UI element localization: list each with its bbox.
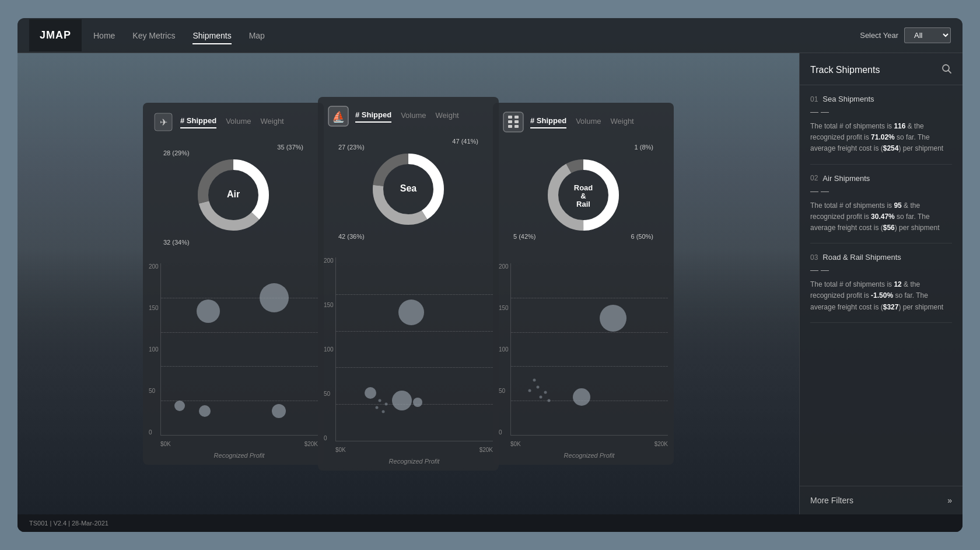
sea-y-0: 0 <box>324 435 334 441</box>
rail-ann-bl: 5 (42%) <box>513 233 536 240</box>
rail-icon-2: — <box>821 265 829 274</box>
rail-dot-2 <box>528 389 531 392</box>
rail-donut-area: 1 (8%) 5 (42%) 6 (50%) Road & Ra <box>493 138 674 255</box>
rail-x-20: $20K <box>654 441 668 447</box>
year-selector: Select Year All 2020 2019 2018 <box>860 27 951 43</box>
search-icon[interactable] <box>942 64 952 76</box>
air-y-50: 50 <box>149 388 159 394</box>
svg-text:Road: Road <box>574 183 593 192</box>
rail-tab-volume[interactable]: Volume <box>576 117 601 128</box>
air-ann-tr: 35 (37%) <box>277 144 303 151</box>
sea-ann-bl: 42 (36%) <box>338 233 365 240</box>
sidebar-item-rail: 03 Road & Rail Shipments — — The total #… <box>810 243 952 323</box>
sea-card-header: ⛵ # Shipped Volume Weight <box>318 97 499 132</box>
rail-x-title: Recognized Profit <box>564 452 615 459</box>
sea-card-tabs: # Shipped Volume Weight <box>355 110 459 123</box>
air-icon-2: — <box>821 186 829 196</box>
nav-item-map[interactable]: Map <box>249 29 265 43</box>
rail-tab-weight[interactable]: Weight <box>611 117 634 128</box>
air-item-num: 02 <box>810 174 818 182</box>
more-filters-label: More Filters <box>810 496 853 505</box>
air-tab-weight[interactable]: Weight <box>261 117 284 128</box>
rail-item-icons: — — <box>810 265 952 274</box>
rail-dot-5 <box>544 391 547 394</box>
rail-dot-4 <box>540 396 542 399</box>
sea-dot-2 <box>379 399 382 402</box>
rail-donut-svg: Road & Rail <box>542 154 624 236</box>
air-donut-area: 28 (29%) 35 (37%) 32 (34%) <box>143 138 324 255</box>
sea-y-100: 100 <box>324 346 334 353</box>
air-y-100: 100 <box>149 346 159 353</box>
air-tab-volume[interactable]: Volume <box>226 117 251 128</box>
sea-ann-tr: 47 (41%) <box>452 138 478 145</box>
sea-bubble-4 <box>413 398 422 407</box>
svg-rect-17 <box>508 120 512 123</box>
nav-item-home[interactable]: Home <box>93 29 115 43</box>
sea-tab-shipped[interactable]: # Shipped <box>355 110 391 123</box>
air-bubble-5 <box>272 404 286 418</box>
rail-bubble-1 <box>600 305 626 332</box>
sea-item-icons: — — <box>810 107 952 116</box>
sidebar-title: Track Shipments <box>810 65 880 75</box>
rail-icon-1: — <box>810 265 818 274</box>
nav-item-keymetrics[interactable]: Key Metrics <box>132 29 175 43</box>
air-bubble-2 <box>260 283 289 312</box>
sea-scatter-area: 200 150 100 50 0 <box>318 252 499 471</box>
rail-dot-1 <box>533 378 536 381</box>
rail-item-num: 03 <box>810 253 818 262</box>
sea-x-0: $0K <box>335 447 346 453</box>
right-sidebar: Track Shipments 01 Sea Shipments <box>799 53 963 514</box>
rail-x-0: $0K <box>510 441 521 447</box>
svg-rect-18 <box>514 120 519 123</box>
air-x-20: $20K <box>304 441 318 447</box>
rail-ann-br: 6 (50%) <box>631 233 653 240</box>
svg-rect-19 <box>508 125 512 128</box>
svg-rect-14 <box>503 112 523 132</box>
air-card-header: ✈ # Shipped Volume Weight <box>143 103 324 138</box>
cards-area: ✈ # Shipped Volume Weight 28 (29%) 35 (3… <box>18 53 799 514</box>
svg-text:Sea: Sea <box>400 183 417 193</box>
logo-box: JMAP <box>29 19 82 51</box>
svg-rect-16 <box>514 116 519 119</box>
svg-rect-20 <box>514 125 519 128</box>
air-item-icons: — — <box>810 186 952 196</box>
sidebar-header: Track Shipments <box>800 53 963 85</box>
more-filters-button[interactable]: More Filters » <box>800 486 963 514</box>
svg-line-29 <box>949 71 951 74</box>
footer: TS001 | V2.4 | 28-Mar-2021 <box>18 514 963 532</box>
svg-text:⛵: ⛵ <box>332 110 345 123</box>
rail-card: # Shipped Volume Weight 1 (8%) 5 (42%) 6… <box>493 103 674 465</box>
sea-bubble-1 <box>398 300 424 325</box>
sidebar-items: 01 Sea Shipments — — The total # of ship… <box>800 85 963 486</box>
air-card-tabs: # Shipped Volume Weight <box>180 116 284 128</box>
sea-icon-1: — <box>810 107 818 116</box>
sea-tab-volume[interactable]: Volume <box>401 111 426 122</box>
air-x-0: $0K <box>160 441 171 447</box>
rail-tab-shipped[interactable]: # Shipped <box>530 116 566 128</box>
year-dropdown[interactable]: All 2020 2019 2018 <box>904 27 951 43</box>
rail-y-0: 0 <box>499 429 509 436</box>
air-bubble-1 <box>197 300 220 323</box>
air-bubble-3 <box>174 401 185 411</box>
sea-tab-weight[interactable]: Weight <box>436 111 459 122</box>
air-donut-svg: Air <box>192 154 274 236</box>
svg-rect-15 <box>508 116 512 119</box>
sea-x-title: Recognized Profit <box>389 458 440 465</box>
sea-card: ⛵ # Shipped Volume Weight 27 (23%) 47 (4… <box>318 97 499 471</box>
sea-icon-2: — <box>821 107 829 116</box>
air-bubble-4 <box>199 405 211 417</box>
sea-x-20: $20K <box>480 447 493 453</box>
sea-item-num: 01 <box>810 95 818 103</box>
air-tab-shipped[interactable]: # Shipped <box>180 116 216 128</box>
air-scatter-area: 200 150 100 50 0 <box>143 257 324 465</box>
rail-dot-3 <box>536 385 539 388</box>
main-content: ✈ # Shipped Volume Weight 28 (29%) 35 (3… <box>18 53 963 514</box>
top-nav: JMAP Home Key Metrics Shipments Map Sele… <box>18 18 963 53</box>
nav-item-shipments[interactable]: Shipments <box>192 29 231 43</box>
air-card: ✈ # Shipped Volume Weight 28 (29%) 35 (3… <box>143 103 324 465</box>
sea-item-desc: The total # of shipments is 116 & the re… <box>810 121 952 155</box>
svg-text:Air: Air <box>227 189 240 199</box>
rail-y-50: 50 <box>499 388 509 394</box>
app-frame: JMAP Home Key Metrics Shipments Map Sele… <box>18 18 963 532</box>
air-icon-1: — <box>810 186 818 196</box>
